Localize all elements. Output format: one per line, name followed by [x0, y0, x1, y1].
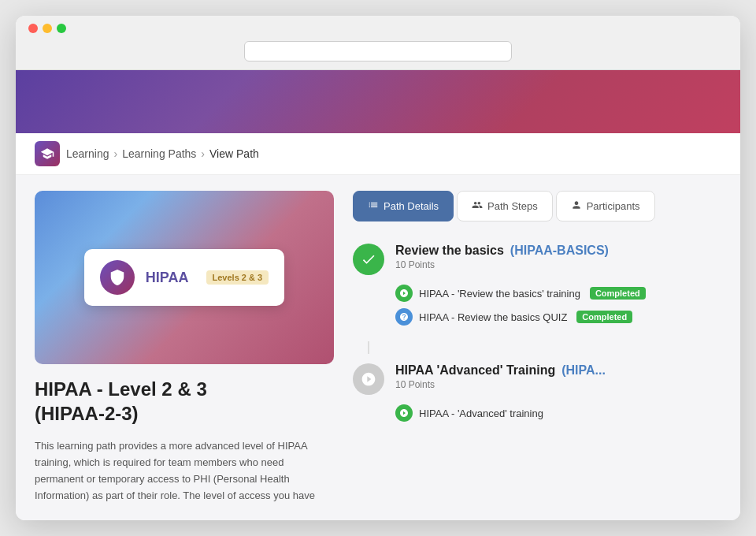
breadcrumb-learning[interactable]: Learning [66, 147, 109, 160]
step-item-label-2-1: HIPAA - 'Advanced' training [419, 408, 543, 419]
step-title-1: Review the basics (HIPAA-BASICS) [395, 244, 721, 258]
hipaa-badge-icon [100, 260, 135, 295]
step-title-2: HIPAA 'Advanced' Training (HIPA... [395, 363, 721, 378]
step-item-icon-1-1 [395, 285, 413, 302]
tabs-bar: Path Details Path Steps [353, 191, 721, 221]
list-icon [368, 199, 379, 213]
tab-path-steps-label: Path Steps [487, 200, 538, 212]
step-header-2: HIPAA 'Advanced' Training (HIPA... 10 Po… [353, 354, 721, 404]
step-group-1: Review the basics (HIPAA-BASICS) 10 Poin… [353, 234, 721, 335]
course-description: This learning path provides a more advan… [35, 438, 334, 504]
step-items-2: HIPAA - 'Advanced' training [395, 404, 721, 431]
browser-chrome [16, 16, 740, 70]
browser-window: Learning › Learning Paths › View Path HI… [16, 16, 740, 520]
badge-level: Levels 2 & 3 [206, 270, 269, 285]
breadcrumb-view-path[interactable]: View Path [209, 147, 259, 160]
breadcrumb-bar: Learning › Learning Paths › View Path [16, 133, 740, 175]
address-bar[interactable] [244, 41, 512, 61]
dot-green[interactable] [57, 24, 66, 33]
browser-dots [28, 24, 728, 33]
step-item-icon-2-1 [395, 404, 413, 422]
step-item-label-1-2: HIPAA - Review the basics QUIZ [419, 311, 567, 323]
step-item-2-1: HIPAA - 'Advanced' training [395, 404, 721, 422]
step-points-2: 10 Points [395, 379, 721, 390]
course-title: HIPAA - Level 2 & 3 (HIPAA-2-3) [35, 377, 334, 426]
dot-red[interactable] [28, 24, 38, 33]
step-title-group-1: Review the basics (HIPAA-BASICS) 10 Poin… [395, 244, 721, 270]
main-content: HIPAA Levels 2 & 3 HIPAA - Level 2 & 3 (… [16, 175, 740, 520]
step-items-1: HIPAA - 'Review the basics' training Com… [395, 285, 721, 335]
dot-yellow[interactable] [43, 24, 52, 33]
step-item-label-1-1: HIPAA - 'Review the basics' training [419, 288, 580, 300]
badge-title: HIPAA [146, 270, 189, 286]
page-header-gradient [16, 70, 740, 133]
course-badge: HIPAA Levels 2 & 3 [84, 249, 284, 306]
breadcrumb: Learning › Learning Paths › View Path [66, 147, 259, 160]
learning-icon [35, 141, 60, 166]
step-points-1: 10 Points [395, 259, 721, 270]
breadcrumb-learning-paths[interactable]: Learning Paths [122, 147, 196, 160]
participants-icon [571, 199, 582, 213]
step-item-icon-1-2 [395, 308, 413, 326]
step-title-group-2: HIPAA 'Advanced' Training (HIPA... 10 Po… [395, 363, 721, 390]
tab-participants-label: Participants [587, 200, 640, 212]
step-divider [368, 341, 369, 354]
steps-list: Review the basics (HIPAA-BASICS) 10 Poin… [353, 234, 721, 504]
step-code-1: (HIPAA-BASICS) [510, 244, 609, 258]
breadcrumb-sep-2: › [201, 147, 205, 160]
step-circle-1 [353, 244, 384, 275]
tab-path-steps[interactable]: Path Steps [457, 191, 553, 221]
step-header-1: Review the basics (HIPAA-BASICS) 10 Poin… [353, 234, 721, 285]
breadcrumb-sep-1: › [114, 147, 118, 160]
steps-icon [472, 199, 483, 213]
course-image: HIPAA Levels 2 & 3 [35, 191, 334, 364]
step-circle-2 [353, 363, 384, 395]
step-item-1-2: HIPAA - Review the basics QUIZ Completed [395, 308, 721, 326]
right-panel: Path Details Path Steps [353, 191, 721, 504]
step-item-badge-1-2: Completed [576, 311, 632, 323]
step-item-1-1: HIPAA - 'Review the basics' training Com… [395, 285, 721, 302]
step-code-2: (HIPA... [561, 363, 606, 378]
step-group-2: HIPAA 'Advanced' Training (HIPA... 10 Po… [353, 354, 721, 431]
left-panel: HIPAA Levels 2 & 3 HIPAA - Level 2 & 3 (… [35, 191, 334, 504]
tab-path-details-label: Path Details [384, 200, 439, 212]
tab-path-details[interactable]: Path Details [353, 191, 454, 221]
tab-participants[interactable]: Participants [556, 191, 655, 221]
step-item-badge-1-1: Completed [590, 287, 646, 300]
